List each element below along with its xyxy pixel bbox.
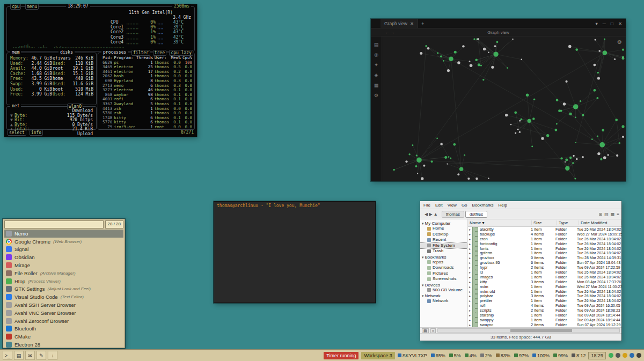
select-control[interactable]: select — [8, 130, 26, 136]
graph-node[interactable] — [482, 79, 484, 80]
graph-node[interactable] — [599, 142, 605, 148]
graph-node[interactable] — [512, 39, 513, 40]
files-icon[interactable]: ▤ — [374, 42, 379, 47]
graph-node[interactable] — [447, 69, 450, 72]
cpu-box-label[interactable]: cpu — [10, 4, 21, 10]
graph-node[interactable] — [437, 52, 438, 54]
graph-node[interactable] — [560, 109, 562, 112]
menu-button[interactable]: menu — [25, 4, 39, 10]
menu-item-file-roller[interactable]: File Roller(Archive Manager) — [4, 269, 123, 277]
graph-node[interactable] — [469, 61, 471, 62]
menu-item-cmake[interactable]: CMake — [4, 333, 123, 341]
graph-node[interactable] — [447, 163, 448, 164]
twisty-icon[interactable]: ▾ — [422, 255, 424, 259]
graph-node[interactable] — [417, 173, 418, 174]
status-green-icon[interactable] — [609, 353, 613, 358]
menu-item-visual-studio-code[interactable]: Visual Studio Code(Text Editor) — [4, 293, 123, 301]
graph-node[interactable] — [459, 167, 463, 171]
graph-node[interactable] — [582, 156, 584, 158]
terminal-icon[interactable]: >_ — [3, 351, 12, 360]
expander-icon[interactable]: ▸ — [469, 232, 471, 236]
settings-icon[interactable]: ⚙ — [374, 93, 378, 98]
download-icon[interactable]: ↓ — [48, 351, 57, 360]
graph-node[interactable] — [618, 142, 620, 144]
graph-node[interactable] — [393, 169, 395, 171]
search-icon[interactable]: ◎ — [374, 52, 378, 57]
graph-node[interactable] — [572, 162, 574, 164]
graph-icon[interactable]: ◈ — [375, 72, 378, 78]
graph-node[interactable] — [477, 38, 479, 40]
graph-node[interactable] — [569, 113, 572, 115]
horizontal-scrollbar[interactable] — [437, 328, 620, 333]
bookmark-icon[interactable]: ✦ — [374, 62, 378, 68]
graph-node[interactable] — [454, 51, 457, 54]
expander-icon[interactable]: ▸ — [469, 280, 471, 284]
column-header-type[interactable]: Type — [557, 220, 579, 225]
graph-node[interactable] — [440, 143, 443, 145]
tray-swap-usage[interactable]: 2% — [480, 353, 492, 358]
graph-node[interactable] — [560, 157, 562, 159]
dir-tree-toggle[interactable]: ≡ — [430, 328, 436, 333]
graph-node[interactable] — [449, 57, 453, 62]
terminal-window[interactable]: thomas@archlinux - "I love you, Munchie" — [214, 201, 376, 303]
expander-icon[interactable]: ▸ — [469, 299, 471, 303]
graph-node[interactable] — [598, 50, 601, 52]
sidebar-group[interactable]: ▾Bookmarks — [420, 254, 467, 260]
column-header-name[interactable]: Name ▾ — [468, 220, 532, 225]
process-row[interactable]: 698Hyprland8thomas0.30.0 — [101, 79, 192, 84]
graph-node[interactable] — [615, 119, 618, 121]
twisty-icon[interactable]: ▾ — [422, 294, 424, 298]
graph-node[interactable] — [444, 156, 447, 159]
menu-item-obsidian[interactable]: Obsidian — [4, 253, 123, 261]
workspace-badge[interactable]: Workspace 3 — [361, 352, 394, 359]
graph-node[interactable] — [597, 72, 599, 74]
tray-disk-usage[interactable]: 83% — [496, 353, 510, 358]
menu-item-electron-28[interactable]: Electron 28 — [4, 341, 123, 349]
color-picker-icon[interactable] — [623, 353, 627, 358]
graph-node[interactable] — [555, 129, 558, 131]
tray-disk2-usage[interactable]: 97% — [514, 353, 529, 358]
graph-node[interactable] — [423, 165, 425, 167]
graph-node[interactable] — [427, 47, 430, 50]
expander-icon[interactable]: ▸ — [469, 270, 471, 274]
graph-node[interactable] — [457, 61, 460, 64]
graph-node[interactable] — [510, 124, 512, 126]
graph-node[interactable] — [596, 97, 598, 99]
info-control[interactable]: info — [30, 130, 43, 136]
scrollbar-thumb[interactable] — [510, 329, 572, 332]
sidebar-item-recent[interactable]: Recent — [420, 237, 467, 243]
process-row[interactable]: 3469electron25thomas0.50.0 — [101, 65, 192, 70]
expander-icon[interactable]: ▸ — [469, 285, 471, 289]
graph-node[interactable] — [470, 64, 473, 68]
canvas-icon[interactable]: ▦ — [374, 83, 379, 88]
menu-item-avahi-zeroconf-browser[interactable]: Avahi Zeroconf Browser — [4, 317, 123, 325]
graph-node[interactable] — [496, 41, 499, 43]
sidebar-item-home[interactable]: Home — [420, 226, 467, 232]
graph-node[interactable] — [448, 156, 450, 158]
column-header-size[interactable]: Size — [532, 220, 557, 225]
graph-node[interactable] — [425, 45, 427, 47]
process-col-header[interactable]: Cpu% — [182, 56, 192, 61]
graph-settings-icon[interactable]: ⚙ — [617, 39, 622, 45]
graph-node[interactable] — [450, 157, 451, 159]
sidebar-item-file-system[interactable]: File System — [420, 243, 467, 249]
menu-view[interactable]: View — [448, 203, 457, 208]
graph-node[interactable] — [563, 102, 566, 105]
compact-view-icon[interactable]: ▦ — [611, 212, 615, 217]
graph-node[interactable] — [415, 165, 417, 167]
graph-node[interactable] — [597, 152, 600, 155]
expander-icon[interactable]: ▸ — [469, 261, 471, 264]
search-input[interactable] — [4, 220, 104, 229]
graph-node[interactable] — [519, 120, 521, 122]
graph-node[interactable] — [533, 98, 535, 100]
process-row[interactable]: 1748kitty6thomas0.10.0 — [101, 116, 192, 121]
process-row[interactable]: 2713nemo6thomas0.30.0 — [101, 84, 192, 89]
graph-node[interactable] — [431, 160, 433, 163]
expander-icon[interactable]: ▸ — [469, 323, 471, 327]
graph-node[interactable] — [467, 178, 470, 180]
graph-node[interactable] — [593, 64, 596, 67]
graph-node[interactable] — [493, 51, 498, 56]
graph-node[interactable] — [488, 52, 489, 53]
menu-item-avahi-ssh-server-browser[interactable]: Avahi SSH Server Browser — [4, 301, 123, 309]
graph-node[interactable] — [574, 178, 576, 179]
